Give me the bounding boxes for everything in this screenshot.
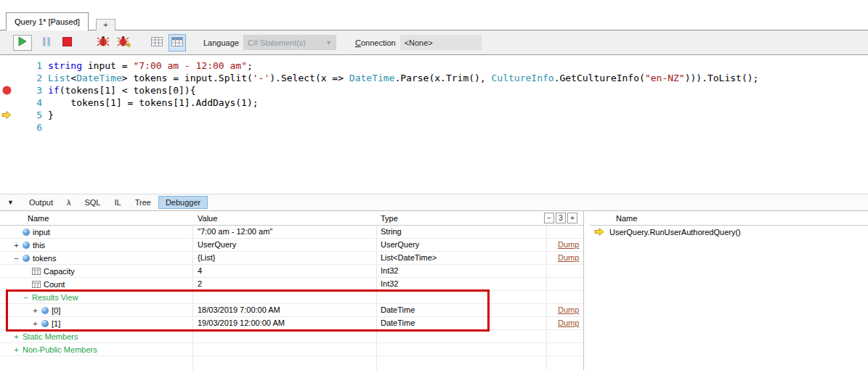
- variable-name: Capacity: [44, 267, 75, 276]
- debugger-row[interactable]: +[0]18/03/2019 7:00:00 AMDateTimeDump: [0, 304, 583, 317]
- collapse-icon[interactable]: −: [23, 293, 29, 302]
- variable-value: 19/03/2019 12:00:00 AM: [198, 317, 285, 329]
- code-line: 5}: [0, 109, 868, 121]
- breakpoint-icon[interactable]: [0, 84, 13, 96]
- line-number: 4: [13, 96, 42, 109]
- query-tab-label: Query 1* [Paused]: [15, 17, 80, 26]
- glyph-margin[interactable]: [0, 72, 13, 84]
- debugger-row[interactable]: +thisUserQueryUserQueryDump: [0, 239, 583, 252]
- debug-button[interactable]: [97, 36, 110, 49]
- panel-tab-debugger[interactable]: Debugger: [158, 196, 208, 209]
- variable-type: UserQuery: [381, 239, 419, 251]
- line-number: 6: [13, 121, 42, 133]
- dump-link[interactable]: Dump: [558, 304, 579, 316]
- current-frame-arrow-icon: [594, 228, 604, 237]
- panel-tab-lambda[interactable]: λ: [60, 196, 78, 209]
- code-text: tokens[1] = tokens[1].AddDays(1);: [48, 96, 259, 109]
- code-text: string input = "7:00 am - 12:00 am";: [48, 59, 253, 72]
- language-dropdown[interactable]: C# Statement(s) ▼: [243, 35, 336, 50]
- expand-icon[interactable]: +: [13, 241, 20, 250]
- glyph-margin[interactable]: [0, 96, 13, 109]
- variable-type: String: [381, 226, 402, 238]
- code-segment: string: [48, 60, 82, 71]
- bug-icon: [97, 36, 110, 49]
- debugger-row[interactable]: +Non-Public Members: [0, 343, 583, 356]
- run-button[interactable]: [13, 35, 32, 51]
- column-header-value: Value: [198, 214, 217, 223]
- glyph-margin[interactable]: [0, 121, 13, 133]
- locals-header: Name Value Type − 3 +: [0, 211, 583, 226]
- variable-name: tokens: [33, 254, 56, 263]
- expand-icon[interactable]: +: [32, 306, 38, 315]
- code-segment: if: [48, 85, 60, 96]
- panel-tab-sql[interactable]: SQL: [78, 196, 107, 209]
- play-icon: [18, 36, 27, 49]
- panel-tab-il[interactable]: IL: [108, 196, 127, 209]
- variable-value: {List}: [198, 252, 215, 264]
- pause-button[interactable]: [42, 37, 51, 49]
- callstack-rows: UserQuery.RunUserAuthoredQuery(): [590, 226, 868, 239]
- line-number: 3: [13, 84, 42, 96]
- code-segment: DateTime: [349, 73, 395, 83]
- query-tab[interactable]: Query 1* [Paused]: [6, 12, 89, 30]
- code-editor[interactable]: 1string input = "7:00 am - 12:00 am";2Li…: [0, 55, 868, 194]
- line-number: 2: [13, 72, 42, 84]
- panel-tab-tree[interactable]: Tree: [129, 196, 158, 209]
- glyph-margin[interactable]: [0, 59, 13, 72]
- variable-type: DateTime: [381, 317, 415, 329]
- code-segment: '-': [253, 73, 269, 83]
- expand-icon[interactable]: +: [13, 332, 20, 341]
- grid-header-icon: [171, 37, 183, 49]
- locals-panel: Name Value Type − 3 + input"7:00 am - 12…: [0, 211, 584, 370]
- debug-break-button[interactable]: [117, 36, 131, 49]
- debugger-row[interactable]: Count2Int32: [0, 278, 583, 291]
- results-datagrid-button[interactable]: [169, 34, 186, 52]
- variable-name-cell: +[0]: [0, 306, 60, 315]
- column-header-type: Type: [381, 214, 398, 223]
- debugger-row[interactable]: Capacity4Int32: [0, 265, 583, 278]
- collapse-icon[interactable]: −: [13, 254, 20, 263]
- expand-depth-button[interactable]: +: [567, 213, 577, 223]
- stop-button[interactable]: [62, 37, 72, 49]
- language-value: C# Statement(s): [248, 38, 306, 47]
- locals-rows: input"7:00 am - 12:00 am"String+thisUser…: [0, 226, 583, 356]
- expand-icon[interactable]: +: [13, 345, 20, 354]
- debugger-row[interactable]: −Results View: [0, 291, 583, 304]
- code-segment: }: [48, 110, 54, 120]
- call-stack-row[interactable]: UserQuery.RunUserAuthoredQuery(): [590, 226, 868, 239]
- dump-link[interactable]: Dump: [558, 317, 579, 329]
- dump-link[interactable]: Dump: [558, 239, 579, 251]
- current-statement-arrow-icon[interactable]: [0, 109, 13, 121]
- variable-name: [0]: [52, 306, 60, 315]
- code-segment: input =: [82, 60, 133, 71]
- code-segment: CultureInfo: [492, 73, 554, 83]
- expand-icon[interactable]: +: [32, 319, 38, 328]
- results-richtext-button[interactable]: [151, 37, 163, 49]
- code-segment: <: [70, 73, 76, 83]
- variable-name: this: [33, 241, 45, 250]
- connection-dropdown[interactable]: <None>: [400, 35, 482, 50]
- collapse-panel-icon[interactable]: ▼: [7, 199, 14, 206]
- field-icon: [23, 255, 30, 262]
- code-segment: ).Select(x =>: [269, 73, 349, 83]
- call-stack-panel: Name UserQuery.RunUserAuthoredQuery(): [590, 211, 868, 370]
- code-lines: 1string input = "7:00 am - 12:00 am";2Li…: [0, 59, 868, 133]
- new-tab-button[interactable]: +: [96, 19, 115, 30]
- collapse-depth-button[interactable]: −: [544, 213, 554, 223]
- depth-level: 3: [556, 213, 566, 223]
- debugger-row[interactable]: input"7:00 am - 12:00 am"String: [0, 226, 583, 239]
- variable-type: Int32: [381, 278, 398, 290]
- output-panel-tabs: ▼ OutputλSQLILTreeDebugger: [0, 194, 868, 210]
- bug-arrow-icon: [117, 36, 131, 49]
- debugger-row[interactable]: +Static Members: [0, 330, 583, 343]
- variable-name-cell: −Results View: [0, 293, 78, 302]
- panel-tab-items: OutputλSQLILTreeDebugger: [23, 196, 208, 209]
- debugger-row[interactable]: −tokens{List}List<DateTime>Dump: [0, 252, 583, 265]
- dump-link[interactable]: Dump: [558, 252, 579, 264]
- variable-type: Int32: [381, 265, 398, 277]
- debugger-row[interactable]: +[1]19/03/2019 12:00:00 AMDateTimeDump: [0, 317, 583, 330]
- code-line: 1string input = "7:00 am - 12:00 am";: [0, 59, 868, 72]
- panel-tab-output[interactable]: Output: [23, 196, 60, 209]
- code-line: 3if(tokens[1] < tokens[0]){: [0, 84, 868, 96]
- code-segment: .GetCultureInfo(: [554, 73, 645, 83]
